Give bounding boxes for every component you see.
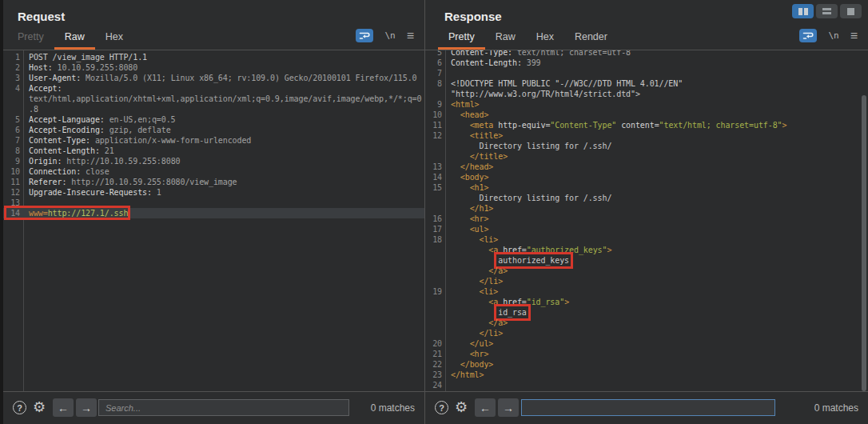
tab-raw[interactable]: Raw bbox=[485, 26, 526, 50]
code-text: </body> bbox=[445, 359, 493, 370]
request-search-input[interactable] bbox=[98, 399, 349, 416]
line-number: 5 bbox=[425, 50, 445, 58]
code-text: User-Agent: Mozilla/5.0 (X11; Linux x86_… bbox=[23, 73, 417, 83]
tab-raw[interactable]: Raw bbox=[54, 26, 95, 50]
line-number bbox=[425, 276, 445, 286]
code-segment: Upgrade-Insecure-Requests: bbox=[29, 188, 152, 197]
code-segment: text/html,application/xhtml+xml,applicat… bbox=[29, 94, 421, 103]
editor-menu-icon[interactable]: ≡ bbox=[850, 30, 858, 42]
tab-pretty[interactable]: Pretty bbox=[438, 26, 485, 50]
code-segment: </ul> bbox=[451, 339, 493, 348]
code-line: 16 <hr> bbox=[425, 214, 868, 224]
line-number bbox=[425, 141, 445, 151]
soft-wrap-icon bbox=[359, 31, 370, 40]
code-segment: 399 bbox=[522, 58, 541, 67]
code-text: .8 bbox=[23, 104, 38, 114]
help-icon[interactable]: ? bbox=[435, 401, 448, 414]
code-text: Content-Length: 399 bbox=[445, 58, 541, 68]
line-number: 19 bbox=[425, 286, 445, 297]
code-text: </h1> bbox=[445, 203, 493, 214]
code-text: <meta http-equiv="Content-Type" content=… bbox=[445, 120, 786, 130]
gear-icon[interactable]: ⚙ bbox=[33, 398, 46, 416]
rows-layout-button[interactable] bbox=[816, 4, 838, 18]
code-line: 9Origin: http://10.10.59.255:8080 bbox=[3, 156, 424, 166]
single-layout-button[interactable] bbox=[840, 4, 862, 18]
response-search-input[interactable] bbox=[521, 399, 775, 416]
tab-render[interactable]: Render bbox=[564, 26, 618, 50]
soft-wrap-toggle-button[interactable] bbox=[799, 29, 817, 42]
request-editor[interactable]: 1POST /view_image HTTP/1.12Host: 10.10.5… bbox=[3, 50, 424, 391]
code-line: 13 </head> bbox=[425, 162, 868, 172]
code-line: 5Accept-Language: en-US,en;q=0.5 bbox=[3, 114, 424, 125]
code-segment: href bbox=[503, 298, 522, 306]
help-icon[interactable]: ? bbox=[13, 401, 26, 414]
next-match-button[interactable]: → bbox=[498, 398, 519, 417]
code-line: 8<!DOCTYPE HTML PUBLIC "-//W3C//DTD HTML… bbox=[425, 78, 868, 89]
code-line: 12 <title> bbox=[425, 130, 868, 141]
code-segment: > bbox=[607, 246, 611, 254]
tab-hex[interactable]: Hex bbox=[526, 26, 564, 50]
code-segment: > bbox=[564, 298, 569, 306]
response-scrollbar-thumb[interactable] bbox=[862, 95, 866, 391]
code-text: </a> bbox=[445, 318, 508, 328]
code-segment: Host: bbox=[29, 63, 53, 72]
soft-wrap-toggle-button[interactable] bbox=[356, 29, 373, 42]
code-segment: http://10.10.59.255:8080 bbox=[62, 157, 180, 166]
code-line: 11Referer: http://10.10.59.255:8080/view… bbox=[3, 177, 424, 187]
request-match-count: 0 matches bbox=[371, 402, 415, 414]
code-text: <a href="authorized_keys"> bbox=[445, 245, 611, 255]
line-number: 22 bbox=[425, 359, 445, 370]
code-text: </li> bbox=[445, 328, 503, 338]
code-segment: <head> bbox=[451, 110, 488, 119]
request-search-bar: ? ⚙ ← → 0 matches bbox=[3, 391, 424, 424]
line-number: 7 bbox=[3, 135, 23, 146]
tab-hex[interactable]: Hex bbox=[95, 26, 133, 50]
previous-match-button[interactable]: ← bbox=[475, 398, 496, 417]
code-line: </title> bbox=[425, 151, 868, 162]
response-title: Response bbox=[444, 10, 502, 23]
code-line: 15 <h1> bbox=[425, 182, 868, 193]
code-segment: "id_rsa" bbox=[527, 298, 564, 306]
code-text bbox=[23, 198, 29, 208]
code-segment: > bbox=[782, 121, 786, 130]
code-text: <html> bbox=[445, 99, 480, 110]
code-text: <title> bbox=[445, 130, 503, 141]
next-match-button[interactable]: → bbox=[76, 398, 97, 417]
code-segment: <meta bbox=[451, 121, 498, 130]
code-segment: <html> bbox=[451, 100, 480, 109]
code-segment: <a bbox=[451, 246, 503, 254]
line-number: 1 bbox=[3, 52, 23, 62]
line-number: 6 bbox=[3, 125, 23, 135]
code-segment: http://10.10.59.255:8080/view_image bbox=[66, 178, 237, 186]
gear-icon[interactable]: ⚙ bbox=[455, 398, 468, 416]
code-line: 22 </body> bbox=[425, 359, 868, 370]
code-line: 4Accept: bbox=[3, 83, 424, 94]
code-line: 14www=http://127.1/.ssh bbox=[3, 208, 424, 218]
editor-menu-icon[interactable]: ≡ bbox=[407, 30, 414, 42]
code-line: 1POST /view_image HTTP/1.1 bbox=[3, 52, 424, 62]
code-text: <ul> bbox=[445, 224, 488, 234]
line-number: 13 bbox=[425, 162, 445, 172]
code-text: </a> bbox=[445, 266, 508, 276]
tab-pretty[interactable]: Pretty bbox=[7, 26, 54, 50]
code-segment: </h1> bbox=[451, 204, 493, 213]
code-segment bbox=[451, 308, 498, 317]
code-text: Referer: http://10.10.59.255:8080/view_i… bbox=[23, 177, 237, 187]
request-editor-icons: \n ≡ bbox=[356, 29, 414, 42]
line-number: 24 bbox=[425, 380, 445, 390]
code-line: 7 bbox=[425, 68, 868, 78]
code-text: Accept: bbox=[23, 83, 62, 94]
code-line: Directory listing for /.ssh/ bbox=[425, 193, 868, 203]
code-text: Origin: http://10.10.59.255:8080 bbox=[23, 156, 180, 166]
previous-match-button[interactable]: ← bbox=[53, 398, 74, 417]
line-number bbox=[3, 94, 23, 104]
code-line: Directory listing for /.ssh/ bbox=[425, 141, 868, 151]
response-editor[interactable]: 5Content-Type: text/html; charset=utf-86… bbox=[425, 50, 868, 391]
single-layout-icon bbox=[847, 8, 854, 15]
columns-layout-button[interactable] bbox=[792, 4, 814, 18]
code-segment: Connection: bbox=[29, 167, 81, 176]
code-line: 18 <li> bbox=[425, 234, 868, 245]
newline-toggle[interactable]: \n bbox=[384, 30, 395, 41]
code-text: Directory listing for /.ssh/ bbox=[445, 141, 611, 151]
newline-toggle[interactable]: \n bbox=[828, 30, 838, 41]
